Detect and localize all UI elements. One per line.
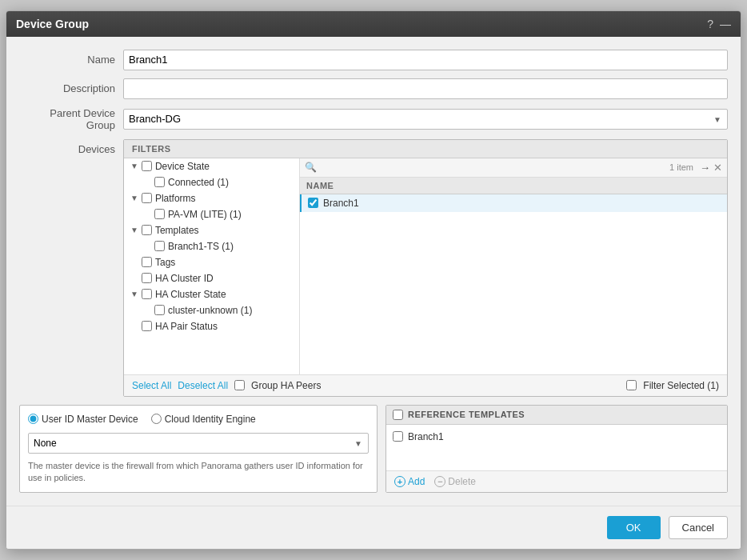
- minimize-icon[interactable]: —: [720, 18, 731, 30]
- checkbox-branch1-ts[interactable]: [154, 241, 165, 251]
- checkbox-ha-cluster-id[interactable]: [142, 273, 152, 283]
- ref-item-branch1[interactable]: Branch1: [386, 428, 727, 446]
- parent-device-group-select-wrapper: Branch-DG ▼: [123, 109, 728, 130]
- filter-ha-cluster-state-label: HA Cluster State: [155, 289, 226, 300]
- group-ha-peers-label: Group HA Peers: [251, 380, 321, 391]
- name-label: Name: [19, 54, 123, 66]
- checkbox-ha-pair-status[interactable]: [142, 321, 152, 331]
- device-group-dialog: Device Group ? — Name Description Parent…: [6, 10, 741, 550]
- dialog-body: Name Description Parent Device Group Bra…: [6, 37, 741, 506]
- ok-button[interactable]: OK: [607, 516, 661, 539]
- result-row-branch1[interactable]: Branch1: [300, 194, 727, 212]
- filter-ha-pair-status-label: HA Pair Status: [155, 321, 218, 332]
- ref-footer: + Add − Delete: [386, 470, 727, 492]
- filter-connected: Connected (1): [124, 174, 299, 190]
- filter-platforms-label: Platforms: [155, 193, 196, 204]
- filter-selected-label: Filter Selected (1): [643, 380, 719, 391]
- radio-cloud-identity-input[interactable]: [151, 414, 162, 424]
- ref-header-checkbox[interactable]: [393, 410, 403, 420]
- group-ha-peers-checkbox[interactable]: [234, 380, 245, 390]
- add-label: Add: [408, 476, 425, 487]
- filter-templates-label: Templates: [155, 225, 199, 236]
- ref-checkbox-branch1[interactable]: [393, 431, 403, 442]
- name-input[interactable]: [123, 50, 728, 70]
- devices-row: Devices FILTERS ▼ Device State: [19, 139, 728, 397]
- deselect-all-button[interactable]: Deselect All: [178, 380, 228, 391]
- cancel-button[interactable]: Cancel: [669, 516, 728, 539]
- bottom-section: User ID Master Device Cloud Identity Eng…: [19, 405, 728, 494]
- filter-ha-cluster-id: HA Cluster ID: [124, 270, 299, 286]
- ref-label-branch1: Branch1: [408, 431, 444, 442]
- result-branch1-label: Branch1: [323, 198, 359, 209]
- filter-connected-label: Connected (1): [168, 177, 229, 188]
- filter-pa-vm: PA-VM (LITE) (1): [124, 206, 299, 222]
- checkbox-connected[interactable]: [154, 177, 165, 187]
- filter-ha-cluster-state: ▼ HA Cluster State: [124, 286, 299, 302]
- parent-device-group-row: Parent Device Group Branch-DG ▼: [19, 107, 728, 131]
- results-pane: 🔍 1 item → ✕ NAME Branch1: [300, 158, 727, 374]
- radio-cloud-identity[interactable]: Cloud Identity Engine: [151, 414, 256, 425]
- add-button[interactable]: + Add: [394, 476, 425, 487]
- checkbox-cluster-unknown[interactable]: [154, 305, 165, 315]
- radio-user-id-master[interactable]: User ID Master Device: [28, 414, 138, 425]
- checkbox-device-state[interactable]: [142, 161, 152, 171]
- name-row: Name: [19, 50, 728, 70]
- devices-label: Devices: [19, 139, 123, 155]
- radio-user-id-master-label: User ID Master Device: [42, 414, 138, 425]
- none-select-wrapper: None ▼: [28, 433, 369, 454]
- chevron-ha-cluster-state-icon[interactable]: ▼: [130, 290, 138, 298]
- parent-device-group-label: Parent Device Group: [19, 107, 123, 131]
- checkbox-branch1-result[interactable]: [308, 198, 318, 208]
- reference-templates-panel: REFERENCE TEMPLATES Branch1 + Add −: [385, 405, 728, 494]
- dialog-footer: OK Cancel: [6, 506, 741, 549]
- radio-group: User ID Master Device Cloud Identity Eng…: [28, 414, 369, 425]
- delete-button[interactable]: − Delete: [434, 476, 476, 487]
- radio-cloud-identity-label: Cloud Identity Engine: [165, 414, 256, 425]
- filter-ha-pair-status: HA Pair Status: [124, 318, 299, 334]
- select-deselect-bar: Select All Deselect All Group HA Peers F…: [124, 374, 727, 396]
- checkbox-templates[interactable]: [142, 225, 152, 235]
- delete-icon: −: [434, 476, 445, 487]
- helper-text: The master device is the firewall from w…: [28, 460, 369, 485]
- none-select[interactable]: None: [28, 433, 369, 454]
- filter-tags: Tags: [124, 254, 299, 270]
- filter-cluster-unknown-label: cluster-unknown (1): [168, 305, 252, 316]
- search-close-icon[interactable]: ✕: [713, 162, 722, 174]
- chevron-device-state-icon[interactable]: ▼: [130, 162, 138, 170]
- user-id-panel: User ID Master Device Cloud Identity Eng…: [19, 405, 377, 494]
- results-header: NAME: [300, 178, 727, 194]
- filter-pa-vm-label: PA-VM (LITE) (1): [168, 209, 242, 220]
- checkbox-platforms[interactable]: [142, 193, 152, 203]
- dialog-title: Device Group: [16, 18, 89, 30]
- description-input[interactable]: [123, 78, 728, 99]
- filter-ha-cluster-id-label: HA Cluster ID: [155, 273, 214, 284]
- ref-header: REFERENCE TEMPLATES: [386, 406, 727, 425]
- filter-cluster-unknown: cluster-unknown (1): [124, 302, 299, 318]
- filters-header: FILTERS: [124, 140, 727, 158]
- filter-templates: ▼ Templates: [124, 222, 299, 238]
- filter-tags-label: Tags: [155, 257, 175, 268]
- search-bar: 🔍 1 item → ✕: [300, 158, 727, 178]
- description-label: Description: [19, 82, 123, 94]
- radio-user-id-master-input[interactable]: [28, 414, 38, 424]
- ref-list: Branch1: [386, 425, 727, 471]
- filter-device-state: ▼ Device State: [124, 158, 299, 174]
- add-icon: +: [394, 476, 405, 487]
- search-count: 1 item: [669, 162, 693, 172]
- filter-selected-checkbox[interactable]: [626, 380, 637, 390]
- chevron-platforms-icon[interactable]: ▼: [130, 194, 138, 202]
- delete-label: Delete: [448, 476, 476, 487]
- checkbox-pa-vm[interactable]: [154, 209, 165, 219]
- devices-panel: FILTERS ▼ Device State: [123, 139, 728, 397]
- filters-pane: ▼ Device State Connected (1) ▼: [124, 158, 300, 374]
- checkbox-ha-cluster-state[interactable]: [142, 289, 152, 299]
- search-icon: 🔍: [305, 162, 317, 173]
- help-icon[interactable]: ?: [707, 18, 713, 30]
- chevron-templates-icon[interactable]: ▼: [130, 226, 138, 234]
- search-arrow-icon[interactable]: →: [700, 162, 710, 174]
- search-input[interactable]: [320, 162, 666, 173]
- checkbox-tags[interactable]: [142, 257, 152, 267]
- parent-device-group-select[interactable]: Branch-DG: [123, 109, 728, 130]
- devices-content: ▼ Device State Connected (1) ▼: [124, 158, 727, 374]
- select-all-button[interactable]: Select All: [132, 380, 171, 391]
